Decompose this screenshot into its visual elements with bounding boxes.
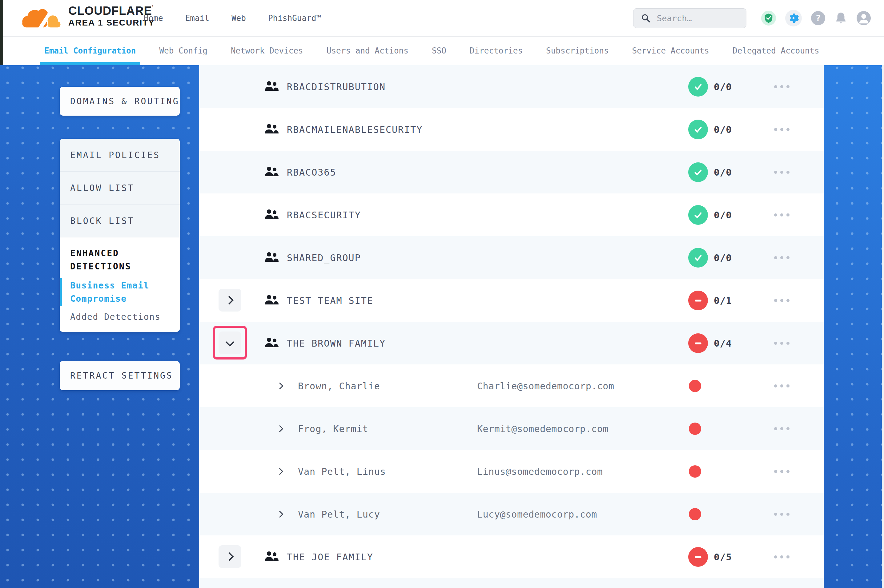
group-row: RBACMAILENABLESECURITY 0/0 bbox=[199, 108, 824, 151]
member-row: Van Pelt, Lucy Lucy@somedemocorp.com bbox=[199, 493, 824, 536]
status-ok-badge bbox=[688, 205, 708, 225]
chevron-right-icon bbox=[225, 552, 233, 561]
groups-list-panel: RBACDISTRUBUTION 0/0 RBACMAILENABLESECUR… bbox=[199, 65, 824, 588]
chevron-right-icon[interactable] bbox=[277, 510, 284, 518]
search-placeholder: Search… bbox=[657, 14, 692, 23]
header-icons: ? bbox=[761, 0, 871, 36]
status-ok-badge bbox=[688, 120, 708, 139]
notifications-bell-icon[interactable] bbox=[834, 11, 847, 25]
row-menu-ellipsis[interactable] bbox=[774, 171, 789, 174]
group-people-icon bbox=[265, 551, 278, 563]
chevron-right-icon[interactable] bbox=[277, 468, 284, 475]
sidebar-item-label: DOMAINS & ROUTING bbox=[70, 96, 179, 106]
group-row: THE JOE FAMILY 0/5 bbox=[199, 536, 824, 578]
tab-subscriptions[interactable]: Subscriptions bbox=[542, 36, 613, 65]
tab-web-config[interactable]: Web Config bbox=[155, 36, 212, 65]
user-avatar-icon[interactable] bbox=[857, 11, 871, 25]
brand-subtitle: AREA 1 SECURITY bbox=[68, 18, 155, 27]
tab-service-accounts[interactable]: Service Accounts bbox=[628, 36, 714, 65]
settings-gear-icon[interactable] bbox=[785, 10, 802, 27]
member-count: 0/5 bbox=[714, 551, 732, 562]
row-menu-ellipsis[interactable] bbox=[774, 470, 789, 473]
tab-email-configuration[interactable]: Email Configuration bbox=[40, 36, 140, 65]
sidebar-item-enhanced-detections[interactable]: ENHANCED DETECTIONS bbox=[70, 247, 171, 273]
nav-item-web[interactable]: Web bbox=[232, 14, 246, 23]
sidebar-card-retract-settings[interactable]: RETRACT SETTINGS bbox=[60, 361, 180, 390]
collapse-group-button[interactable] bbox=[218, 332, 241, 354]
chevron-right-icon[interactable] bbox=[277, 382, 284, 389]
tab-delegated-accounts[interactable]: Delegated Accounts bbox=[728, 36, 824, 65]
sidebar-item-allow-list[interactable]: ALLOW LIST bbox=[60, 172, 180, 204]
group-row: RBACO365 0/0 bbox=[199, 151, 824, 194]
row-menu-ellipsis[interactable] bbox=[774, 555, 789, 558]
tab-sso[interactable]: SSO bbox=[427, 36, 451, 65]
tab-directories[interactable]: Directories bbox=[465, 36, 527, 65]
app-window: CLOUDFLARE’ AREA 1 SECURITY Home Email W… bbox=[0, 0, 884, 588]
member-count: 0/0 bbox=[714, 166, 732, 178]
sidebar-card-domains-routing[interactable]: DOMAINS & ROUTING bbox=[60, 87, 180, 116]
member-row: Frog, Kermit Kermit@somedemocorp.com bbox=[199, 407, 824, 450]
sidebar-item-label: EMAIL POLICIES bbox=[70, 150, 160, 160]
help-glyph: ? bbox=[815, 13, 821, 23]
member-email: Linus@somedemocorp.com bbox=[477, 466, 603, 477]
status-blocked-badge bbox=[688, 333, 708, 353]
group-row: THE BROWN FAMILY 0/4 bbox=[199, 322, 824, 364]
expand-group-button[interactable] bbox=[218, 545, 241, 568]
search-input[interactable]: Search… bbox=[633, 8, 746, 28]
help-icon[interactable]: ? bbox=[811, 11, 825, 25]
group-name: RBACMAILENABLESECURITY bbox=[287, 124, 422, 135]
group-people-icon bbox=[265, 166, 278, 178]
nav-item-phishguard[interactable]: PhishGuard™ bbox=[268, 14, 321, 23]
row-menu-ellipsis[interactable] bbox=[774, 427, 789, 430]
row-menu-ellipsis[interactable] bbox=[774, 513, 789, 516]
scrollbar-track[interactable] bbox=[882, 65, 884, 588]
tab-network-devices[interactable]: Network Devices bbox=[227, 36, 308, 65]
group-name: SHARED_GROUP bbox=[287, 252, 361, 263]
member-count: 0/0 bbox=[714, 81, 732, 92]
status-ok-badge bbox=[688, 77, 708, 97]
nav-item-home[interactable]: Home bbox=[144, 14, 163, 23]
member-count: 0/4 bbox=[714, 338, 732, 349]
row-menu-ellipsis[interactable] bbox=[774, 85, 789, 88]
row-menu-ellipsis[interactable] bbox=[774, 342, 789, 345]
member-name: Van Pelt, Linus bbox=[298, 466, 386, 477]
row-menu-ellipsis[interactable] bbox=[774, 213, 789, 216]
group-people-icon bbox=[265, 295, 278, 306]
nav-item-email[interactable]: Email bbox=[185, 14, 209, 23]
search-icon bbox=[641, 13, 651, 23]
group-name: TEST TEAM SITE bbox=[287, 295, 373, 306]
group-row: RBACDISTRUBUTION 0/0 bbox=[199, 65, 824, 108]
primary-nav: Home Email Web PhishGuard™ bbox=[144, 0, 321, 36]
sidebar-item-added-detections[interactable]: Added Detections bbox=[70, 312, 171, 322]
group-name: THE JOE FAMILY bbox=[287, 551, 373, 562]
sidebar-card-email-policies: EMAIL POLICIES ALLOW LIST BLOCK LIST ENH… bbox=[60, 139, 180, 332]
cloudflare-logo[interactable]: CLOUDFLARE’ AREA 1 SECURITY bbox=[18, 4, 155, 34]
group-name: RBACDISTRUBUTION bbox=[287, 81, 386, 92]
member-email: Charlie@somedemocorp.com bbox=[477, 380, 614, 391]
row-menu-ellipsis[interactable] bbox=[774, 299, 789, 302]
security-shield-icon[interactable] bbox=[761, 11, 776, 26]
status-red-dot bbox=[689, 380, 701, 392]
member-email: Kermit@somedemocorp.com bbox=[477, 423, 609, 434]
expand-group-button[interactable] bbox=[218, 289, 241, 312]
member-name: Brown, Charlie bbox=[298, 380, 380, 391]
member-count: 0/1 bbox=[714, 295, 732, 306]
row-menu-ellipsis[interactable] bbox=[774, 384, 789, 387]
chevron-right-icon bbox=[225, 296, 233, 304]
chevron-right-icon[interactable] bbox=[277, 425, 284, 432]
group-name: THE BROWN FAMILY bbox=[287, 338, 386, 348]
group-people-icon bbox=[265, 209, 278, 221]
sidebar-item-email-policies[interactable]: EMAIL POLICIES bbox=[60, 139, 180, 172]
sidebar-item-label: ALLOW LIST bbox=[70, 183, 134, 193]
sidebar-item-business-email-compromise[interactable]: Business Email Compromise bbox=[70, 279, 171, 306]
status-red-dot bbox=[689, 465, 701, 478]
row-menu-ellipsis[interactable] bbox=[774, 256, 789, 259]
status-blocked-badge bbox=[688, 547, 708, 567]
group-row: TEST TEAM SITE 0/1 bbox=[199, 279, 824, 322]
top-header: CLOUDFLARE’ AREA 1 SECURITY Home Email W… bbox=[0, 0, 884, 37]
sidebar-item-block-list[interactable]: BLOCK LIST bbox=[60, 204, 180, 237]
sidebar-enhanced-detections-section: ENHANCED DETECTIONS Business Email Compr… bbox=[60, 237, 180, 332]
tab-users-and-actions[interactable]: Users and Actions bbox=[322, 36, 413, 65]
row-menu-ellipsis[interactable] bbox=[774, 128, 789, 131]
sidebar-item-label: RETRACT SETTINGS bbox=[70, 370, 173, 381]
